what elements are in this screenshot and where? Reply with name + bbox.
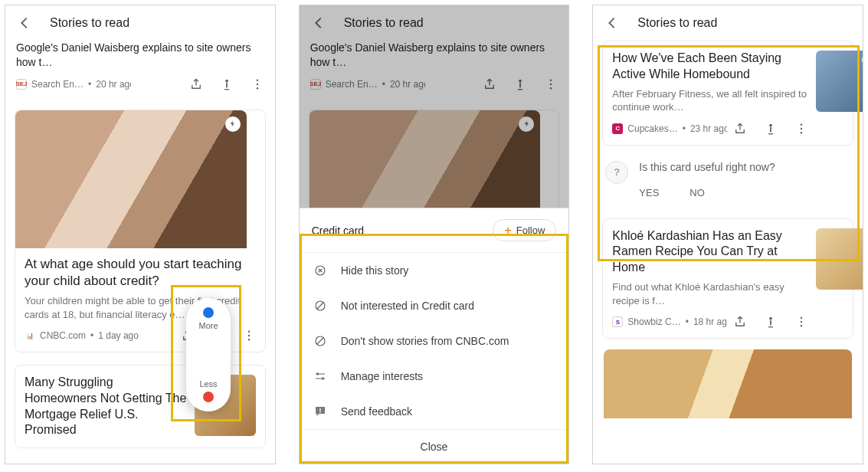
timestamp: 23 hr ago	[690, 123, 727, 134]
source-name: Search En…	[31, 79, 84, 90]
story-snippet: Google's Daniel Waisberg explains to sit…	[310, 41, 558, 70]
sheet-item-hide[interactable]: Hide this story	[300, 253, 569, 288]
sheet-header: Credit card + Follow	[300, 208, 569, 253]
page-title: Stories to read	[344, 16, 424, 30]
more-less-popover: More Less	[186, 298, 231, 411]
speak-icon	[513, 77, 527, 91]
story-headline: At what age should you start teaching yo…	[25, 256, 256, 290]
story-card-active[interactable]: How We've Each Been Staying Active While…	[602, 41, 853, 146]
usefulness-prompt: ? Is this card useful right now? YES NO	[602, 156, 853, 208]
less-label: Less	[199, 379, 217, 388]
story-headline: Many Struggling Homeowners Not Getting T…	[25, 375, 187, 438]
usefulness-question: Is this card useful right now?	[639, 161, 850, 173]
story-thumb	[816, 228, 863, 290]
story-card-partial[interactable]: Google's Daniel Waisberg explains to sit…	[15, 41, 266, 97]
hide-icon	[313, 264, 327, 277]
top-bar: Stories to read	[300, 5, 569, 41]
overflow-icon[interactable]	[794, 122, 808, 136]
screen-bottom-sheet: Stories to read Google's Daniel Waisberg…	[299, 5, 570, 464]
amp-badge-icon	[225, 116, 241, 132]
less-dot-icon	[203, 392, 214, 402]
sheet-item-not-interested[interactable]: Not interested in Credit card	[300, 288, 569, 323]
block-icon	[313, 299, 327, 313]
close-label: Close	[421, 441, 448, 453]
bullet: •	[686, 316, 689, 327]
meta-row: SEJ Search En… • 20 hr ago	[16, 77, 264, 91]
page-title: Stories to read	[50, 16, 129, 30]
source-favicon: SEJ	[16, 79, 27, 90]
overflow-icon[interactable]	[251, 77, 264, 91]
source-favicon: S	[612, 316, 623, 327]
sheet-item-label: Hide this story	[341, 264, 409, 277]
source-name: Showbiz C…	[627, 316, 680, 327]
bottom-sheet: Credit card + Follow Hide this story Not…	[300, 208, 569, 464]
less-button[interactable]: Less	[199, 376, 217, 402]
share-icon[interactable]	[189, 77, 203, 91]
block-icon	[313, 334, 327, 348]
bullet: •	[88, 79, 91, 90]
no-button[interactable]: NO	[689, 187, 705, 198]
sheet-topic: Credit card	[312, 225, 364, 237]
timestamp: 18 hr ago	[693, 316, 727, 327]
timestamp: 20 hr ago	[390, 79, 425, 90]
share-icon	[483, 77, 496, 91]
story-card-ramen[interactable]: Khloé Kardashian Has an Easy Ramen Recip…	[602, 218, 853, 339]
share-icon[interactable]	[733, 315, 747, 329]
top-bar: Stories to read	[5, 5, 275, 41]
sheet-close-button[interactable]: Close	[300, 429, 569, 464]
sheet-item-label: Send feedback	[341, 405, 412, 418]
follow-label: Follow	[516, 225, 545, 236]
source-favicon: SEJ	[310, 79, 321, 90]
sheet-item-manage-interests[interactable]: Manage interests	[300, 359, 569, 394]
source-name: Cupcakes…	[627, 123, 677, 134]
source-name: CNBC.com	[40, 330, 86, 341]
source-favicon: 📊	[25, 330, 35, 341]
story-image	[15, 110, 247, 248]
speak-icon[interactable]	[764, 122, 778, 136]
bullet: •	[382, 79, 385, 90]
story-card-partial: Google's Daniel Waisberg explains to sit…	[309, 41, 560, 97]
more-label: More	[198, 321, 218, 330]
timestamp: 1 day ago	[98, 330, 139, 341]
follow-button[interactable]: + Follow	[493, 219, 556, 241]
more-button[interactable]: More	[198, 307, 218, 330]
meta-row: C Cupcakes… • 23 hr ago	[612, 122, 808, 136]
amp-badge-icon	[519, 116, 534, 132]
story-image-peek[interactable]	[604, 349, 852, 418]
yes-button[interactable]: YES	[639, 187, 659, 198]
sliders-icon	[313, 369, 327, 383]
screen-usefulness: Stories to read How We've Each Been Stay…	[592, 5, 863, 464]
overflow-icon[interactable]	[242, 329, 256, 343]
sheet-item-label: Don't show stories from CNBC.com	[341, 335, 509, 347]
screen-more-less: Stories to read Google's Daniel Waisberg…	[5, 5, 276, 464]
top-bar: Stories to read	[593, 5, 863, 41]
sheet-item-block-source[interactable]: Don't show stories from CNBC.com	[300, 323, 569, 359]
more-dot-icon	[203, 307, 214, 318]
meta-row: SEJ Search En… • 20 hr ago	[310, 77, 558, 91]
story-thumb	[816, 51, 863, 112]
bullet: •	[90, 330, 93, 341]
timestamp: 20 hr ago	[96, 79, 131, 90]
back-icon[interactable]	[16, 15, 33, 31]
back-icon[interactable]	[310, 15, 327, 31]
back-icon[interactable]	[604, 15, 621, 31]
sheet-item-feedback[interactable]: Send feedback	[300, 394, 569, 429]
share-icon[interactable]	[733, 122, 747, 136]
bullet: •	[683, 123, 686, 134]
story-headline: How We've Each Been Staying Active While…	[612, 51, 808, 83]
story-subtext: After February Fitness, we all felt insp…	[612, 87, 808, 114]
meta-row: S Showbiz C… • 18 hr ago	[612, 315, 808, 329]
speak-icon[interactable]	[220, 77, 234, 91]
story-subtext: Find out what Khloé Kardashian's easy re…	[612, 280, 808, 307]
speak-icon[interactable]	[764, 315, 778, 329]
overflow-icon[interactable]	[794, 315, 808, 329]
story-snippet: Google's Daniel Waisberg explains to sit…	[16, 41, 264, 70]
sheet-item-label: Not interested in Credit card	[341, 300, 474, 312]
source-name: Search En…	[326, 79, 378, 90]
amp-badge-icon	[862, 54, 863, 66]
source-favicon: C	[612, 123, 623, 134]
feedback-icon	[313, 405, 327, 418]
overflow-icon	[544, 77, 558, 91]
sheet-item-label: Manage interests	[341, 370, 423, 382]
story-headline: Khloé Kardashian Has an Easy Ramen Recip…	[612, 228, 808, 276]
